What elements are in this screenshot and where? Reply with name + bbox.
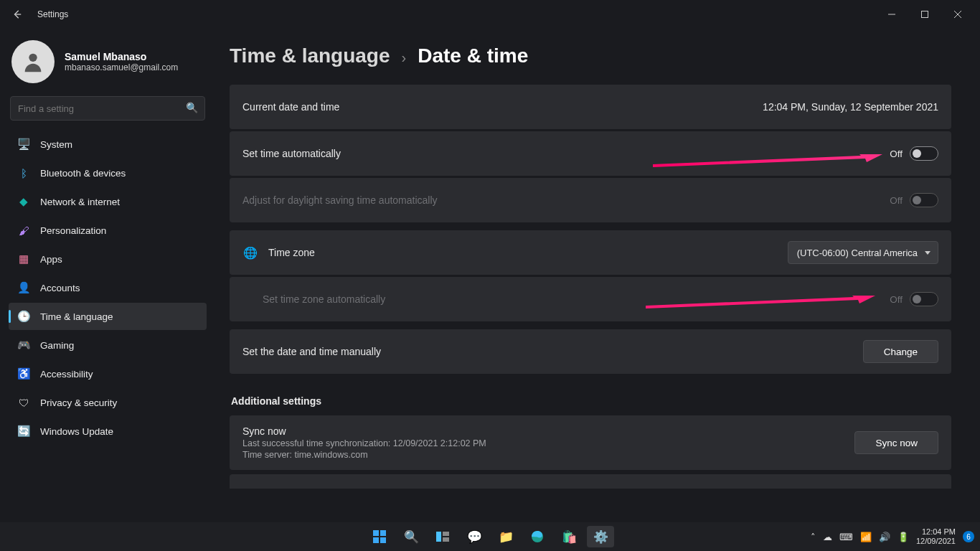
annotation-arrow: [653, 154, 882, 167]
onedrive-icon[interactable]: ☁: [823, 532, 832, 542]
nav-label: Apps: [40, 254, 62, 265]
back-arrow-icon: [12, 9, 22, 19]
nav-icon: 🎮: [17, 339, 30, 352]
sidebar-item-personalization[interactable]: 🖌Personalization: [9, 217, 207, 244]
additional-settings-heading: Additional settings: [231, 395, 951, 407]
taskbar-date: 12/09/2021: [916, 537, 956, 546]
toggle-state-label: Off: [890, 294, 903, 305]
minimize-button[interactable]: [875, 3, 908, 26]
system-tray: ˄ ☁ ⌨ 📶 🔊 🔋 12:04 PM 12/09/2021 6: [811, 527, 974, 546]
sidebar-item-system[interactable]: 🖥️System: [9, 131, 207, 158]
row-label: Set time automatically: [242, 148, 341, 159]
nav-icon: ▦: [17, 253, 30, 265]
row-label: Time zone: [268, 247, 315, 258]
sidebar-item-privacy-security[interactable]: 🛡Privacy & security: [9, 389, 207, 416]
nav-icon: 🖌: [17, 224, 30, 237]
sync-now-button[interactable]: Sync now: [854, 431, 938, 454]
sidebar-item-gaming[interactable]: 🎮Gaming: [9, 331, 207, 359]
edge-icon[interactable]: [524, 526, 551, 547]
set-time-automatically-row: Set time automatically Off: [230, 131, 951, 176]
person-icon: [21, 50, 45, 74]
change-button[interactable]: Change: [863, 340, 938, 363]
sidebar-item-network-internet[interactable]: ◆Network & internet: [9, 188, 207, 215]
current-date-time-row: Current date and time 12:04 PM, Sunday, …: [230, 85, 951, 129]
maximize-button[interactable]: [908, 3, 941, 26]
svg-marker-6: [646, 296, 875, 309]
sidebar-item-accessibility[interactable]: ♿Accessibility: [9, 360, 207, 387]
avatar: [11, 40, 55, 83]
taskbar: 🔍 💬 📁 🛍️ ⚙️ ˄ ☁ ⌨ 📶 🔊 🔋 12:04 PM 12/09/2…: [0, 522, 980, 551]
nav-label: Personalization: [40, 225, 106, 236]
nav-label: Accounts: [40, 283, 80, 293]
file-explorer-icon[interactable]: 📁: [492, 526, 519, 547]
svg-point-4: [29, 54, 37, 62]
taskbar-search-icon[interactable]: 🔍: [397, 526, 425, 547]
keyboard-icon[interactable]: ⌨: [839, 532, 853, 542]
nav-label: Accessibility: [40, 369, 93, 380]
sidebar-item-accounts[interactable]: 👤Accounts: [9, 274, 207, 301]
sidebar-item-bluetooth-devices[interactable]: ᛒBluetooth & devices: [9, 159, 207, 187]
row-label: Set time zone automatically: [263, 293, 385, 305]
sync-title: Sync now: [242, 425, 486, 437]
set-time-automatically-toggle[interactable]: [910, 146, 938, 161]
sync-last-success: Last successful time synchronization: 12…: [242, 438, 486, 448]
daylight-saving-toggle: [910, 193, 938, 207]
notification-badge[interactable]: 6: [963, 531, 974, 542]
svg-rect-9: [373, 537, 379, 543]
row-label: Set the date and time manually: [242, 346, 381, 357]
annotation-arrow: [646, 296, 875, 309]
nav-label: Network & internet: [40, 197, 120, 207]
battery-icon[interactable]: 🔋: [897, 532, 909, 542]
sidebar: Samuel Mbanaso mbanaso.samuel@gmail.com …: [0, 29, 215, 522]
sidebar-item-windows-update[interactable]: 🔄Windows Update: [9, 418, 207, 445]
globe-icon: 🌐: [242, 245, 258, 260]
nav-icon: 🕒: [17, 310, 30, 323]
wifi-icon[interactable]: 📶: [860, 532, 872, 542]
back-button[interactable]: [6, 3, 29, 26]
breadcrumb-parent[interactable]: Time & language: [230, 44, 390, 67]
task-view-icon[interactable]: [429, 526, 456, 547]
nav-icon: ♿: [17, 367, 30, 380]
time-zone-dropdown[interactable]: (UTC-06:00) Central America: [788, 241, 938, 264]
svg-rect-13: [443, 537, 449, 542]
sync-server: Time server: time.windows.com: [242, 450, 486, 460]
sidebar-item-apps[interactable]: ▦Apps: [9, 245, 207, 273]
chevron-right-icon: ›: [402, 50, 407, 66]
nav-label: Gaming: [40, 340, 74, 351]
toggle-state-label: Off: [890, 195, 903, 206]
toggle-state-label: Off: [890, 149, 903, 159]
breadcrumb: Time & language › Date & time: [230, 44, 951, 67]
store-icon[interactable]: 🛍️: [555, 526, 583, 547]
nav-label: System: [40, 139, 72, 150]
time-zone-value: (UTC-06:00) Central America: [797, 248, 918, 258]
taskbar-clock[interactable]: 12:04 PM 12/09/2021: [916, 527, 956, 546]
set-timezone-automatically-row: Set time zone automatically Off: [230, 277, 951, 321]
nav-icon: ᛒ: [17, 166, 30, 179]
nav-label: Time & language: [40, 311, 113, 322]
svg-rect-8: [380, 530, 386, 536]
current-date-time-value: 12:04 PM, Sunday, 12 September 2021: [763, 101, 938, 113]
user-profile[interactable]: Samuel Mbanaso mbanaso.samuel@gmail.com: [9, 29, 207, 96]
nav-icon: ◆: [17, 195, 30, 208]
chat-icon[interactable]: 💬: [461, 526, 488, 547]
start-button[interactable]: [366, 526, 393, 547]
settings-taskbar-icon[interactable]: ⚙️: [587, 526, 614, 547]
search-input[interactable]: [10, 96, 205, 121]
sidebar-item-time-language[interactable]: 🕒Time & language: [9, 303, 207, 330]
taskbar-time: 12:04 PM: [916, 527, 956, 537]
close-button[interactable]: [941, 3, 974, 26]
user-name: Samuel Mbanaso: [65, 51, 178, 62]
nav-icon: 🖥️: [17, 138, 30, 151]
volume-icon[interactable]: 🔊: [879, 532, 890, 542]
row-label: Current date and time: [242, 101, 339, 113]
main-content: Time & language › Date & time Current da…: [215, 29, 980, 522]
svg-rect-10: [380, 537, 386, 543]
svg-rect-12: [443, 532, 449, 536]
user-email: mbanaso.samuel@gmail.com: [65, 62, 178, 72]
search-box: 🔍: [10, 96, 205, 121]
nav-icon: 👤: [17, 281, 30, 294]
tray-chevron-up-icon[interactable]: ˄: [811, 532, 816, 542]
svg-rect-1: [922, 11, 928, 18]
titlebar: Settings: [0, 0, 980, 29]
nav-icon: 🛡: [17, 396, 30, 409]
